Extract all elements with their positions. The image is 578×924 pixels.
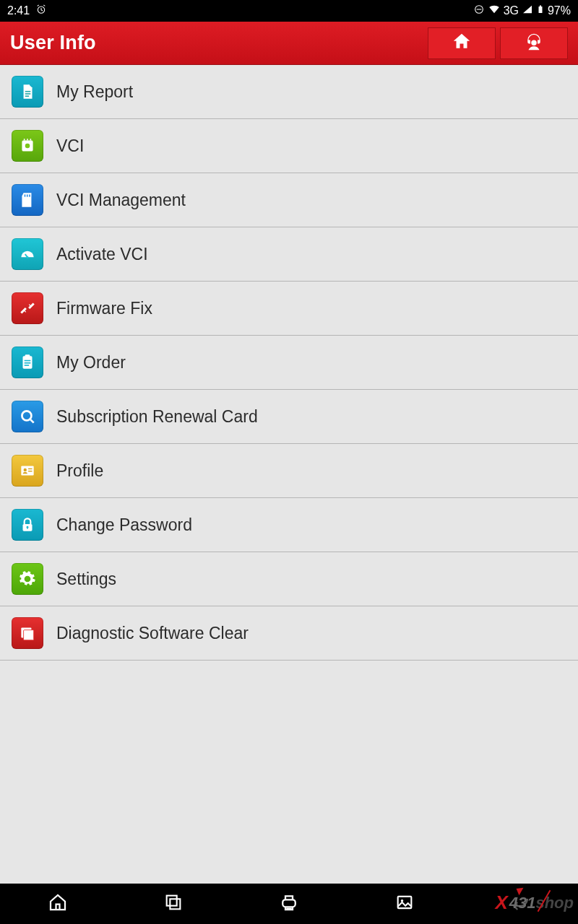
svg-rect-11	[27, 194, 28, 196]
svg-rect-10	[25, 194, 26, 196]
menu-item-activate-vci[interactable]: Activate VCI	[0, 227, 578, 282]
svg-rect-2	[538, 6, 542, 13]
svg-rect-22	[28, 468, 32, 469]
menu-item-label: My Order	[56, 353, 126, 372]
svg-rect-15	[25, 354, 30, 357]
lock-icon	[12, 509, 43, 541]
cell-signal-icon	[522, 4, 533, 18]
menu-item-sub-card[interactable]: Subscription Renewal Card	[0, 390, 578, 444]
svg-point-4	[531, 40, 537, 45]
svg-rect-6	[25, 93, 31, 95]
clipboard-icon	[12, 346, 43, 378]
menu-item-label: My Report	[56, 82, 133, 102]
gear-icon	[12, 563, 43, 595]
svg-point-9	[25, 144, 30, 149]
menu-item-label: Change Password	[56, 515, 192, 535]
nav-back-button[interactable]	[500, 889, 540, 918]
svg-rect-5	[25, 91, 31, 92]
menu-item-label: Profile	[56, 461, 103, 481]
menu-item-settings[interactable]: Settings	[0, 552, 578, 606]
page-title: User Info	[10, 32, 96, 54]
dnd-icon	[473, 4, 485, 18]
nav-vci-button[interactable]	[269, 889, 309, 918]
windows-icon	[12, 617, 43, 649]
menu-item-label: VCI Management	[56, 191, 186, 210]
svg-rect-23	[28, 471, 32, 471]
menu-item-diag-clear[interactable]: Diagnostic Software Clear	[0, 606, 578, 661]
android-nav-bar: X 431 shop	[0, 884, 578, 924]
menu-item-my-report[interactable]: My Report	[0, 65, 578, 119]
stacked-squares-icon	[163, 892, 184, 915]
svg-rect-28	[24, 630, 34, 640]
svg-rect-33	[398, 897, 412, 908]
support-button[interactable]	[500, 27, 568, 59]
app-header: User Info	[0, 22, 578, 65]
vci-print-icon	[278, 892, 300, 916]
svg-rect-17	[25, 362, 31, 364]
empty-area	[0, 661, 578, 884]
svg-rect-18	[25, 365, 30, 366]
status-network: 3G	[504, 4, 519, 17]
back-arrow-icon	[509, 892, 531, 916]
svg-rect-3	[540, 6, 541, 7]
sd-card-icon	[12, 184, 43, 216]
menu-item-label: Activate VCI	[56, 245, 148, 264]
menu-item-label: Settings	[56, 570, 116, 589]
search-icon	[12, 401, 43, 432]
svg-rect-31	[282, 899, 296, 907]
tools-icon	[12, 292, 43, 324]
status-battery: 97%	[548, 4, 571, 17]
headset-user-icon	[523, 31, 545, 56]
svg-rect-29	[167, 896, 177, 906]
menu-item-firmware-fix[interactable]: Firmware Fix	[0, 282, 578, 336]
svg-point-19	[22, 411, 31, 420]
menu-item-vci[interactable]: VCI	[0, 119, 578, 173]
document-icon	[12, 76, 43, 108]
nav-gallery-button[interactable]	[384, 889, 425, 918]
svg-rect-30	[170, 899, 180, 909]
menu-item-my-order[interactable]: My Order	[0, 336, 578, 390]
home-outline-icon	[47, 892, 69, 916]
battery-icon	[536, 3, 545, 19]
user-info-menu: My ReportVCIVCI ManagementActivate VCIFi…	[0, 65, 578, 661]
menu-item-label: Subscription Renewal Card	[56, 407, 258, 427]
image-icon	[394, 892, 415, 915]
nav-recent-apps-button[interactable]	[153, 889, 194, 918]
android-status-bar: 2:41 3G 97%	[0, 0, 578, 22]
nav-home-button[interactable]	[38, 889, 78, 918]
svg-rect-26	[27, 527, 27, 529]
menu-item-label: Firmware Fix	[56, 299, 152, 318]
menu-item-profile[interactable]: Profile	[0, 444, 578, 498]
id-card-icon	[12, 455, 43, 487]
svg-point-21	[24, 468, 27, 471]
gauge-icon	[12, 238, 43, 270]
menu-item-vci-mgmt[interactable]: VCI Management	[0, 173, 578, 227]
home-button[interactable]	[428, 27, 496, 59]
menu-item-label: VCI	[56, 136, 84, 156]
menu-item-label: Diagnostic Software Clear	[56, 624, 249, 643]
status-alarm-icon	[35, 4, 47, 18]
svg-rect-7	[25, 95, 29, 97]
status-time: 2:41	[7, 4, 30, 17]
svg-rect-12	[29, 194, 30, 196]
wifi-icon	[488, 3, 501, 19]
menu-item-change-pw[interactable]: Change Password	[0, 498, 578, 552]
home-icon	[451, 31, 473, 56]
chip-icon	[12, 130, 43, 162]
svg-rect-16	[25, 360, 31, 362]
svg-rect-32	[286, 908, 292, 910]
